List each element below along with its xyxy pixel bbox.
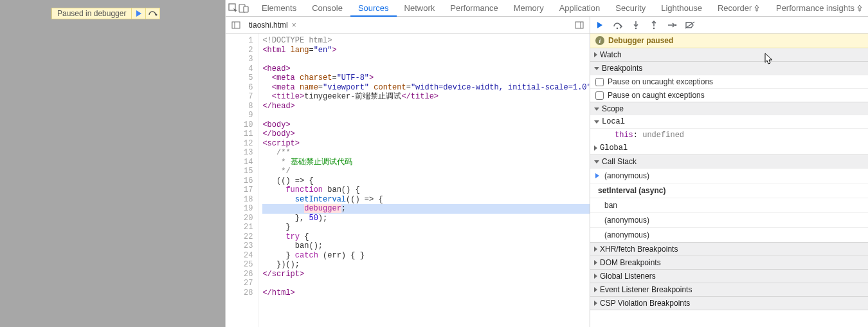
callstack-frame[interactable]: (anonymous) <box>590 212 868 227</box>
resume-button[interactable] <box>131 8 145 19</box>
paused-badge-label: Paused in debugger <box>52 9 131 18</box>
navigator-toggle-icon[interactable] <box>228 17 244 33</box>
callstack-header[interactable]: Call Stack <box>590 155 868 168</box>
close-icon[interactable]: × <box>292 21 296 30</box>
editor-tabbar: tiaoshi.html × <box>226 17 590 33</box>
svg-point-10 <box>635 27 637 29</box>
global-listeners-panel: Global Listeners <box>590 270 868 283</box>
xhr-panel: XHR/fetch Breakpoints <box>590 243 868 256</box>
event-listener-header[interactable]: Event Listener Breakpoints <box>590 283 868 296</box>
debugger-toolbar <box>590 17 868 33</box>
info-icon: i <box>595 36 604 45</box>
tab-console[interactable]: Console <box>304 0 350 17</box>
global-listeners-header[interactable]: Global Listeners <box>590 270 868 283</box>
source-code[interactable]: <!DOCTYPE html><html lang="en"><head> <m… <box>258 33 590 327</box>
page-content-area <box>0 0 225 327</box>
pause-caught-checkbox[interactable] <box>595 91 604 100</box>
more-options-icon[interactable] <box>572 17 587 33</box>
breakpoints-panel: Breakpoints Pause on uncaught exceptions… <box>590 62 868 102</box>
scope-panel: Scope Local this: undefined Global <box>590 102 868 155</box>
step-into-icon[interactable] <box>629 18 643 32</box>
deactivate-breakpoints-icon[interactable] <box>683 18 697 32</box>
tab-performance-insights[interactable]: Performance insights <box>768 0 868 17</box>
svg-point-8 <box>617 27 619 29</box>
paused-in-debugger-badge: Paused in debugger <box>51 8 160 19</box>
breakpoints-header[interactable]: Breakpoints <box>590 62 868 75</box>
watch-panel: Watch <box>590 48 868 62</box>
step-out-icon[interactable] <box>647 18 661 32</box>
svg-rect-3 <box>244 6 248 12</box>
watch-header[interactable]: Watch <box>590 48 868 61</box>
code-editor[interactable]: 1234567891011121314151617181920212223242… <box>226 33 590 327</box>
tab-performance[interactable]: Performance <box>442 0 505 17</box>
tab-sources[interactable]: Sources <box>350 0 397 17</box>
tab-recorder[interactable]: Recorder <box>710 0 768 17</box>
resume-icon[interactable] <box>593 18 607 32</box>
svg-point-12 <box>653 27 655 29</box>
csp-header[interactable]: CSP Violation Breakpoints <box>590 297 868 310</box>
inspect-element-icon[interactable] <box>228 0 239 17</box>
editor-column: tiaoshi.html × 1234567891011121314151617… <box>226 17 590 327</box>
svg-rect-6 <box>575 22 583 28</box>
scope-this-row: this: undefined <box>590 128 868 142</box>
step-over-button-badge[interactable] <box>145 8 159 19</box>
debugger-paused-label: Debugger paused <box>608 36 673 45</box>
tab-network[interactable]: Network <box>397 0 443 17</box>
device-toolbar-icon[interactable] <box>239 0 249 17</box>
debugger-column: i Debugger paused Watch Breakpoints Paus… <box>590 17 868 327</box>
svg-rect-4 <box>232 22 240 28</box>
step-over-icon[interactable] <box>611 18 625 32</box>
pause-uncaught-row[interactable]: Pause on uncaught exceptions <box>590 75 868 88</box>
callstack-frame[interactable]: ban <box>590 198 868 212</box>
svg-point-14 <box>675 24 677 26</box>
callstack-async-header: setInterval (async) <box>590 183 868 198</box>
callstack-frame[interactable]: (anonymous) <box>590 227 868 242</box>
line-gutter: 1234567891011121314151617181920212223242… <box>226 33 258 327</box>
callstack-frame[interactable]: (anonymous) <box>590 168 868 183</box>
dom-bp-header[interactable]: DOM Breakpoints <box>590 256 868 269</box>
debugger-paused-banner: i Debugger paused <box>590 33 868 48</box>
xhr-header[interactable]: XHR/fetch Breakpoints <box>590 243 868 256</box>
step-icon[interactable] <box>665 18 679 32</box>
file-tab-label: tiaoshi.html <box>249 21 288 30</box>
callstack-panel: Call Stack (anonymous) setInterval (asyn… <box>590 155 868 243</box>
devtools-panel: Elements Console Sources Network Perform… <box>225 0 868 327</box>
tab-lighthouse[interactable]: Lighthouse <box>653 0 710 17</box>
tab-elements[interactable]: Elements <box>254 0 304 17</box>
scope-global[interactable]: Global <box>590 142 868 154</box>
devtools-tabstrip: Elements Console Sources Network Perform… <box>226 0 868 17</box>
svg-point-0 <box>155 14 157 16</box>
tab-application[interactable]: Application <box>552 0 608 17</box>
event-listener-panel: Event Listener Breakpoints <box>590 283 868 297</box>
scope-header[interactable]: Scope <box>590 102 868 115</box>
tab-security[interactable]: Security <box>608 0 653 17</box>
pause-uncaught-checkbox[interactable] <box>595 78 604 86</box>
pause-caught-row[interactable]: Pause on caught exceptions <box>590 88 868 102</box>
scope-local[interactable]: Local <box>590 115 868 128</box>
csp-panel: CSP Violation Breakpoints <box>590 297 868 310</box>
dom-bp-panel: DOM Breakpoints <box>590 256 868 270</box>
file-tab[interactable]: tiaoshi.html × <box>244 17 302 33</box>
tab-memory[interactable]: Memory <box>506 0 552 17</box>
